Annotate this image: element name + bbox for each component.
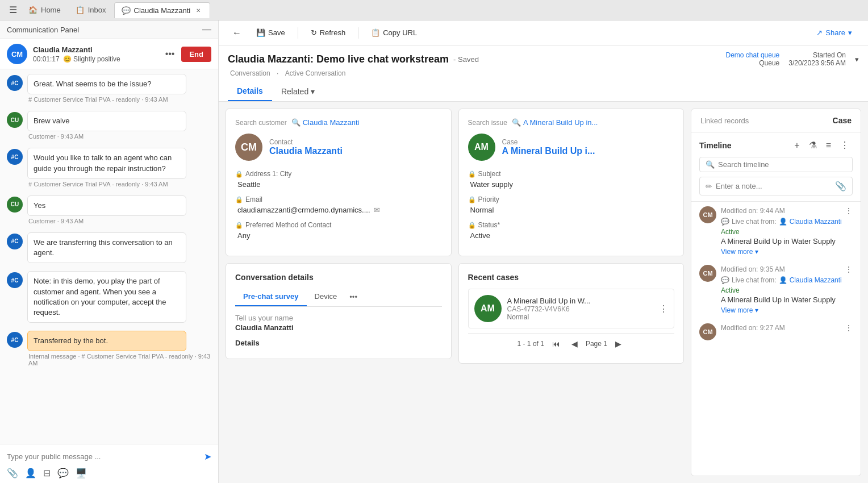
priority-field: 🔒 Priority Normal (468, 195, 675, 214)
tab-home[interactable]: 🏠 Home (22, 2, 68, 18)
view-more-button-2[interactable]: View more ▾ (721, 306, 758, 314)
add-timeline-button[interactable]: + (791, 139, 803, 152)
city-value: Seattle (235, 180, 442, 189)
comm-panel-title: Communication Panel (7, 26, 79, 34)
entry-content-2: Modified on: 9:35 AM ⋮ 💬 Live chat from:… (721, 265, 853, 314)
priority-value: Normal (468, 206, 675, 214)
list-timeline-button[interactable]: ≡ (823, 139, 834, 152)
customer-search-value[interactable]: 🔍 Claudia Mazzanti (291, 118, 360, 127)
msg-content: Transferred by the bot. Internal message… (27, 331, 211, 367)
email-field: 🔒 Email claudiamazzanti@crmdemo.dynamics… (235, 195, 442, 214)
close-tab-icon[interactable]: ✕ (194, 6, 203, 15)
msg-group-4: CU Yes Customer · 9:43 AM (7, 195, 211, 224)
bot-avatar: #C (7, 272, 23, 288)
message-row: CU Yes Customer · 9:43 AM (7, 195, 211, 224)
search-customer-label: Search customer (235, 119, 287, 127)
attach-note-button[interactable]: 📎 (835, 181, 846, 191)
content-body: Search customer 🔍 Claudia Mazzanti CM Co… (219, 102, 868, 483)
breadcrumb: Conversation · Active Conversation (228, 69, 859, 77)
status-value: Active (468, 231, 675, 240)
msg-group-2: CU Brew valve Customer · 9:43 AM (7, 111, 211, 140)
msg-content: We are transferring this conversation to… (27, 232, 211, 263)
filter-timeline-button[interactable]: ⚗ (806, 138, 820, 152)
prev-page-button[interactable]: ◀ (568, 338, 581, 349)
save-icon: 💾 (256, 28, 265, 37)
tab-claudia[interactable]: 💬 Claudia Mazzanti ✕ (114, 2, 211, 18)
end-session-button[interactable]: End (181, 47, 211, 62)
note-input-field[interactable] (716, 182, 832, 190)
entry-header-3: Modified on: 9:27 AM ⋮ (721, 323, 853, 332)
screen-icon[interactable]: 🖥️ (76, 468, 87, 478)
message-row: #C Great. What seems to be the issue? # … (7, 74, 211, 103)
email-value-row: claudiamazzanti@crmdemo.dynamics.... ✉ (235, 206, 442, 214)
msg-content: Yes Customer · 9:43 AM (27, 195, 211, 224)
recent-case-id: CAS-47732-V4V6K6 (507, 305, 654, 313)
pagination: 1 - 1 of 1 ⏮ ◀ Page 1 ▶ (468, 333, 675, 354)
msg-content: Note: in this demo, you play the part of… (27, 271, 211, 323)
session-username: Claudia Mazzanti (33, 45, 120, 54)
next-page-button[interactable]: ▶ (612, 338, 625, 349)
copy-url-button[interactable]: 📋 Copy URL (365, 25, 423, 40)
contact-name[interactable]: Claudia Mazzanti (269, 146, 343, 156)
timeline-search-input[interactable] (718, 160, 846, 169)
entry-avatar-2: CM (699, 265, 716, 282)
customer-search-row: Search customer 🔍 Claudia Mazzanti (235, 118, 442, 127)
send-button[interactable]: ➤ (204, 451, 211, 462)
message-meta: Internal message · # Customer Service Tr… (27, 353, 211, 367)
main-content-area: ← 💾 Save ↻ Refresh 📋 Copy URL ↗ Share ▾ (219, 20, 868, 483)
conv-tabs-more[interactable]: ••• (345, 288, 362, 306)
person-entry-icon-2: 👤 (779, 276, 787, 284)
device-tab[interactable]: Device (307, 288, 345, 306)
sentiment-indicator: 😊 Slightly positive (63, 55, 120, 63)
chat-input-field[interactable] (7, 449, 199, 464)
minimize-button[interactable]: — (202, 25, 211, 34)
entry-header-2: Modified on: 9:35 AM ⋮ (721, 265, 853, 274)
message-meta: Customer · 9:43 AM (27, 218, 211, 224)
browser-tab-bar: ☰ 🏠 Home 📋 Inbox 💬 Claudia Mazzanti ✕ (0, 0, 868, 20)
email-action-icon[interactable]: ✉ (374, 206, 380, 214)
page-header: Claudia Mazzanti: Demo live chat workstr… (219, 45, 868, 102)
attachment-icon[interactable]: 📎 (7, 468, 18, 478)
entry-more-button-2[interactable]: ⋮ (845, 265, 853, 274)
contact-method-label: 🔒 Preferred Method of Contact (235, 221, 442, 229)
pre-chat-tab[interactable]: Pre-chat survey (235, 288, 307, 306)
home-icon: 🏠 (28, 6, 37, 14)
message-bubble: Great. What seems to be the issue? (27, 74, 186, 94)
first-page-button[interactable]: ⏮ (549, 338, 564, 349)
chevron-down-icon-2: ▾ (755, 306, 758, 314)
case-badge: Case (833, 116, 852, 125)
entry-more-button-1[interactable]: ⋮ (845, 206, 853, 215)
refresh-button[interactable]: ↻ Refresh (305, 25, 352, 40)
view-more-button-1[interactable]: View more ▾ (721, 248, 758, 256)
person-icon[interactable]: 👤 (25, 468, 36, 478)
save-button[interactable]: 💾 Save (251, 25, 291, 40)
chat-icon: 💬 (122, 6, 131, 15)
case-name[interactable]: A Mineral Build Up i... (502, 146, 595, 156)
back-button[interactable]: ← (228, 26, 246, 40)
case-search-icon: 🔍 (512, 118, 521, 127)
msg-group-1: #C Great. What seems to be the issue? # … (7, 74, 211, 103)
case-search-value[interactable]: 🔍 A Mineral Build Up in... (512, 118, 598, 127)
split-icon[interactable]: ⊟ (43, 468, 51, 478)
comm-panel-header: Communication Panel — (0, 20, 218, 39)
message-row: #C We are transferring this conversation… (7, 232, 211, 263)
tab-details[interactable]: Details (228, 82, 272, 101)
message-row: #C Would you like to talk to an agent wh… (7, 148, 211, 187)
user-avatar: CU (7, 197, 23, 213)
expand-header-button[interactable]: ▾ (855, 55, 859, 64)
tab-related[interactable]: Related ▾ (272, 82, 324, 101)
timeline-controls: + ⚗ ≡ ⋮ (791, 138, 853, 152)
chat-bubble-icon[interactable]: 💬 (57, 468, 69, 478)
more-timeline-button[interactable]: ⋮ (837, 138, 853, 152)
contact-method-value: Any (235, 231, 442, 240)
session-more-button[interactable]: ••• (162, 48, 178, 60)
msg-content: Brew valve Customer · 9:43 AM (27, 111, 211, 140)
started-on-info: Started On 3/20/2023 9:56 AM (788, 51, 846, 67)
timeline-entry-2: CM Modified on: 9:35 AM ⋮ 💬 Live chat fr… (699, 265, 853, 314)
entry-more-button-3[interactable]: ⋮ (845, 323, 853, 332)
case-more-button[interactable]: ⋮ (659, 303, 668, 314)
hamburger-menu[interactable]: ☰ (5, 2, 22, 18)
share-button[interactable]: ↗ Share ▾ (809, 25, 859, 40)
tab-inbox[interactable]: 📋 Inbox (69, 2, 113, 18)
contact-avatar: CM (235, 134, 262, 161)
